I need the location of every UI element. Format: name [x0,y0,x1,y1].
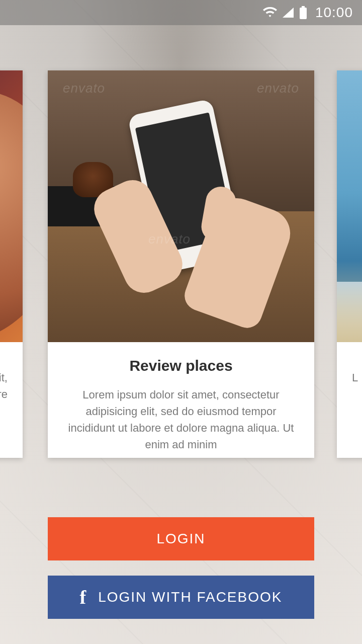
facebook-button-label: LOGIN WITH FACEBOOK [98,589,282,605]
card-image: envato envato envato [48,70,314,342]
svg-rect-1 [300,8,307,19]
status-time: 10:00 [315,5,353,21]
svg-rect-0 [302,6,305,8]
card-body: Review places Lorem ipsum dolor sit amet… [48,342,314,474]
card-image [337,70,362,342]
login-button[interactable]: LOGIN [48,517,314,560]
login-button-label: LOGIN [156,531,205,547]
carousel-card-current[interactable]: envato envato envato Review places Lorem… [48,70,314,458]
status-bar: 10:00 [0,0,362,25]
watermark-text: envato [63,80,105,96]
onboarding-carousel[interactable]: envato elit, ore envato envato envato Re… [0,70,362,458]
card-text: L [352,369,362,386]
card-title: Review places [63,357,299,374]
carousel-card-prev[interactable]: envato elit, ore [0,70,23,458]
card-body: L [337,342,362,407]
carousel-card-next[interactable]: L [337,70,362,458]
cell-signal-icon [282,7,294,18]
facebook-icon: f [80,586,87,608]
wifi-icon [263,7,277,18]
card-text: Lorem ipsum dolor sit amet, consectetur … [63,386,299,453]
auth-buttons: LOGIN f LOGIN WITH FACEBOOK [48,517,314,619]
card-image: envato [0,70,23,342]
battery-icon [299,6,307,19]
facebook-login-button[interactable]: f LOGIN WITH FACEBOOK [48,576,314,619]
watermark-text: envato [257,80,299,96]
